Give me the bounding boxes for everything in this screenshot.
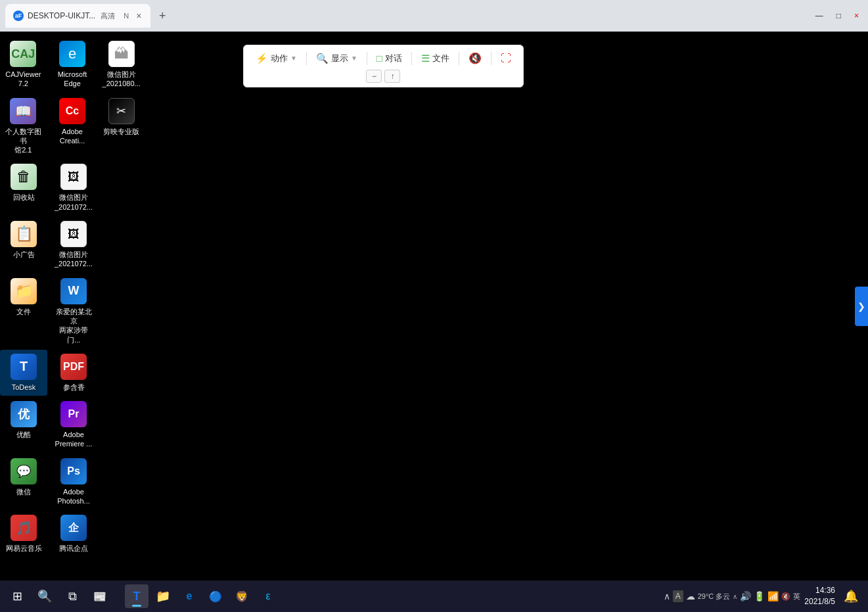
- desktop-icon-todesk[interactable]: T ToDesk: [0, 350, 47, 396]
- desktop-icon-edge[interactable]: e MicrosoftEdge: [49, 37, 96, 93]
- desktop-icon-capcut[interactable]: ✂ 剪映专业版: [98, 94, 145, 159]
- wechat-label: 微信: [16, 487, 31, 496]
- photoshop-label: AdobePhotosh...: [57, 487, 90, 506]
- toolbar-display-button[interactable]: 🔍 显示 ▼: [311, 50, 363, 67]
- new-tab-button[interactable]: +: [153, 7, 171, 25]
- ad-icon: 📋: [11, 221, 37, 247]
- personal-label: 个人数字图书馆2.1: [3, 127, 44, 155]
- new-edge-icon: ε: [265, 590, 270, 602]
- pdf-label: 参含香: [63, 383, 85, 392]
- display-icon: 🔍: [316, 53, 329, 64]
- toolbar-action-button[interactable]: ⚡ 动作 ▼: [250, 50, 302, 67]
- tray-expand2-icon[interactable]: ∧: [733, 593, 737, 600]
- window-close-button[interactable]: ×: [850, 9, 863, 23]
- file-icon: 📁: [11, 278, 37, 304]
- news-button[interactable]: 📰: [88, 584, 112, 608]
- chrome-icon: 🔵: [209, 590, 222, 603]
- search-button[interactable]: 🔍: [33, 584, 57, 608]
- desktop-icon-wechatimg3[interactable]: 🖼 微信图片_2021072...: [50, 217, 97, 273]
- taskbar-clock[interactable]: 14:36 2021/8/5: [804, 585, 835, 607]
- network-icon: 📶: [767, 591, 779, 601]
- browser-tab-active[interactable]: aF DESKTOP-UIKJT... 高清 N ×: [5, 4, 150, 28]
- system-tray: ∧ A ☁ 29°C 多云 ∧ 🔊 🔋 📶 🔇 英: [664, 590, 801, 602]
- taskbar-edge-browser[interactable]: e: [177, 584, 201, 608]
- taskbar-chrome[interactable]: 🔵: [204, 584, 227, 608]
- fullscreen-icon: ⛶: [501, 53, 511, 64]
- desktop-icon-tencent[interactable]: 企 腾讯企点: [50, 511, 97, 557]
- desktop-icon-photoshop[interactable]: Ps AdobePhotosh...: [50, 454, 97, 510]
- action-icon: ⚡: [256, 53, 268, 64]
- time-display: 14:36: [815, 585, 835, 596]
- toolbar-mute-button[interactable]: 🔇: [463, 49, 487, 67]
- todesk-icon: T: [11, 354, 37, 380]
- edge-icon: e: [59, 41, 85, 67]
- toolbar-dialog-button[interactable]: □ 对话: [371, 50, 407, 67]
- start-button[interactable]: ⊞: [5, 584, 29, 608]
- youku-label: 优酷: [16, 430, 31, 439]
- desktop-icon-pdf[interactable]: PDF 参含香: [50, 350, 97, 396]
- netease-icon: 🎵: [11, 515, 37, 541]
- taskbar-todesk-app[interactable]: T: [125, 584, 148, 608]
- taskbar-new-edge[interactable]: ε: [256, 584, 280, 608]
- tab-favicon: aF: [13, 11, 24, 21]
- desktop-icon-wechat[interactable]: 💬 微信: [0, 454, 47, 510]
- desktop-icon-file[interactable]: 📁 文件: [0, 274, 47, 348]
- taskbar-file-explorer[interactable]: 📁: [151, 584, 175, 608]
- display-dropdown-icon: ▼: [351, 55, 357, 62]
- capcut-label: 剪映专业版: [103, 127, 139, 136]
- mute-tray-icon: 🔇: [781, 592, 790, 601]
- desktop-icon-youku[interactable]: 优 优酷: [0, 397, 47, 453]
- desktop-icon-wechatimg1[interactable]: 🏔 微信图片_2021080...: [98, 37, 145, 93]
- desktop-icon-adobe-cc[interactable]: Cc AdobeCreati...: [49, 94, 96, 159]
- side-panel-icon: ❯: [857, 301, 865, 312]
- capcut-icon: ✂: [108, 98, 135, 124]
- toolbar-div4: [459, 52, 459, 65]
- toolbar-overlay: ⚡ 动作 ▼ 🔍 显示 ▼ □ 对话 ☰ 文件 🔇: [243, 45, 524, 87]
- toolbar-minus-button[interactable]: −: [366, 70, 382, 83]
- desktop-icon-word[interactable]: W 亲爱的某北京两家涉带门...: [50, 274, 97, 348]
- todesk-taskbar-icon: T: [133, 590, 141, 603]
- task-view-button[interactable]: ⧉: [60, 584, 84, 608]
- personal-icon: 📖: [10, 98, 36, 124]
- photoshop-icon: Ps: [60, 458, 87, 484]
- toolbar-file-button[interactable]: ☰ 文件: [416, 50, 455, 67]
- start-icon: ⊞: [12, 589, 22, 603]
- taskbar-left: ⊞ 🔍 ⧉ 📰: [5, 584, 112, 608]
- wechatimg1-icon: 🏔: [108, 41, 135, 67]
- edge-taskbar-icon: e: [187, 590, 193, 602]
- desktop-icon-personal[interactable]: 📖 个人数字图书馆2.1: [0, 94, 47, 159]
- search-icon: 🔍: [37, 589, 52, 603]
- wechat-icon: 💬: [11, 458, 37, 484]
- taskbar-pinned-apps: T 📁 e 🔵 🦁 ε: [125, 584, 280, 608]
- desktop-icon-cajviewer[interactable]: CAJ CAJViewer7.2: [0, 37, 47, 93]
- window-maximize-button[interactable]: □: [833, 9, 845, 23]
- date-display: 2021/8/5: [804, 596, 835, 607]
- desktop-icon-ad[interactable]: 📋 小广告: [0, 217, 47, 273]
- taskbar-brave[interactable]: 🦁: [230, 584, 254, 608]
- windows-taskbar: ⊞ 🔍 ⧉ 📰 T 📁 e 🔵 🦁 ε: [0, 580, 868, 612]
- tray-expand-icon[interactable]: ∧: [664, 591, 670, 601]
- wechatimg3-icon: 🖼: [60, 221, 87, 247]
- notification-button[interactable]: 🔔: [839, 584, 863, 608]
- volume-icon[interactable]: 🔊: [740, 591, 751, 601]
- tab-label-n: N: [122, 11, 131, 20]
- window-minimize-button[interactable]: —: [811, 9, 827, 23]
- tab-quality: 高清: [101, 11, 115, 21]
- toolbar-div3: [411, 52, 412, 65]
- wechatimg3-label: 微信图片_2021072...: [55, 250, 93, 269]
- news-icon: 📰: [93, 590, 106, 603]
- toolbar-fullscreen-button[interactable]: ⛶: [495, 50, 516, 67]
- desktop-icon-recycle[interactable]: 🗑 回收站: [0, 160, 47, 216]
- keyboard-icon: A: [673, 590, 683, 602]
- tab-close-button[interactable]: ×: [135, 9, 143, 22]
- toolbar-up-button[interactable]: ↑: [384, 70, 400, 83]
- mute-icon: 🔇: [468, 52, 482, 64]
- task-view-icon: ⧉: [68, 590, 77, 603]
- desktop-icon-premiere[interactable]: Pr AdobePremiere ...: [50, 397, 97, 453]
- weather-icon: ☁: [686, 591, 695, 601]
- desktop-icon-netease[interactable]: 🎵 网易云音乐: [0, 511, 47, 557]
- desktop-icon-wechatimg2[interactable]: 🖼 微信图片_2021072...: [50, 160, 97, 216]
- side-panel-toggle[interactable]: ❯: [855, 287, 868, 326]
- weather-text: 29°C 多云: [698, 592, 731, 601]
- adobe-cc-label: AdobeCreati...: [60, 127, 85, 146]
